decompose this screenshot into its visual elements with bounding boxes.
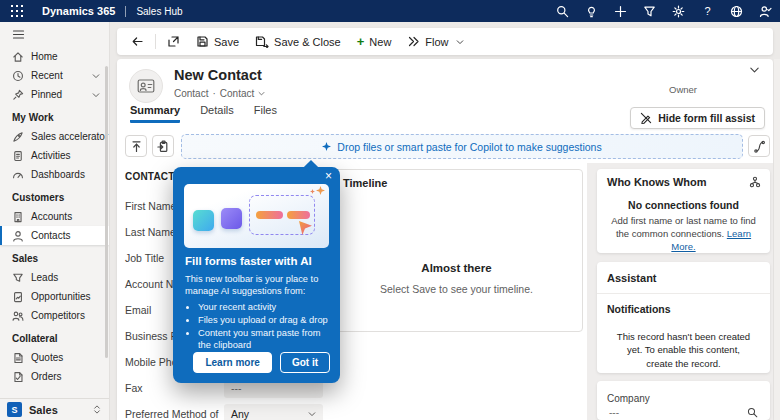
area-label: Sales: [29, 404, 58, 416]
tab-files[interactable]: Files: [254, 104, 277, 123]
sidebar-item-pinned[interactable]: Pinned: [0, 85, 109, 104]
chevron-down-icon[interactable]: [92, 91, 100, 99]
preferred-method-select[interactable]: Any: [224, 404, 323, 420]
record-subtitle: Contact · Contact: [174, 88, 265, 99]
sidebar-group-my-work: My Work: [0, 104, 109, 127]
entity-name: Contact: [174, 88, 208, 99]
assistant-panel: Assistant Notifications This record hasn…: [597, 262, 770, 373]
timeline-title: Timeline: [343, 177, 387, 189]
smart-paste-button[interactable]: [152, 135, 174, 157]
assistant-divider: [597, 293, 770, 294]
illustration-teal-square: [193, 210, 214, 231]
chevron-down-icon[interactable]: [258, 90, 265, 97]
add-icon[interactable]: [606, 0, 635, 22]
new-button[interactable]: + New: [349, 31, 400, 52]
notifications-message: This record hasn't been created yet. To …: [607, 330, 760, 370]
sidebar-item-orders[interactable]: Orders: [0, 367, 109, 386]
area-initial-badge: S: [7, 402, 22, 417]
chevron-down-icon: [308, 410, 316, 418]
sparkle-icon: [310, 186, 325, 195]
got-it-button[interactable]: Got it: [280, 352, 330, 373]
chart-doc-icon: [12, 291, 24, 303]
sidebar-item-activities[interactable]: Activities: [0, 146, 109, 165]
page-scrollbar[interactable]: [774, 59, 780, 420]
form-selector[interactable]: Contact: [220, 88, 254, 99]
activities-icon: [12, 150, 24, 162]
chevron-down-icon[interactable]: [92, 72, 100, 80]
collapse-header-chevron-icon[interactable]: [749, 64, 760, 75]
waffle-icon[interactable]: [0, 0, 34, 22]
save-and-close-button[interactable]: Save & Close: [247, 31, 349, 52]
no-connections-text: No connections found: [607, 199, 760, 211]
person-icon: [12, 230, 24, 242]
illustration-dropzone: [249, 195, 315, 235]
company-panel: Company ---: [597, 381, 770, 420]
notifications-title: Notifications: [607, 303, 760, 315]
popup-bullet: Your recent activity: [198, 301, 331, 313]
search-icon[interactable]: [548, 0, 577, 22]
top-navigation-bar: Dynamics 365 Sales Hub ?: [0, 0, 780, 22]
tab-summary[interactable]: Summary: [130, 104, 180, 123]
sidebar-item-contacts[interactable]: Contacts: [0, 226, 109, 245]
copilot-dropzone[interactable]: Drop files or smart paste for Copilot to…: [181, 134, 743, 159]
close-icon[interactable]: ×: [325, 170, 332, 182]
save-button[interactable]: Save: [188, 31, 247, 52]
sidebar-scrollbar[interactable]: [105, 66, 108, 358]
app-name[interactable]: Sales Hub: [136, 6, 182, 17]
filter-icon[interactable]: [635, 0, 664, 22]
pen-off-icon: [640, 112, 652, 124]
learn-more-button[interactable]: Learn more: [193, 352, 271, 373]
timeline-panel: Timeline Almost there Select Save to see…: [330, 169, 583, 332]
sidebar-item-sales-accelerator[interactable]: Sales accelerator: [0, 127, 109, 146]
tab-details[interactable]: Details: [200, 104, 234, 123]
form-tabs: Summary Details Files: [130, 104, 277, 123]
org-chart-icon[interactable]: [749, 176, 761, 188]
sidebar-item-accounts[interactable]: Accounts: [0, 207, 109, 226]
popup-intro: This new toolbar is your place to manage…: [185, 273, 331, 297]
sidebar-item-competitors[interactable]: Competitors: [0, 306, 109, 325]
settings-icon[interactable]: [664, 0, 693, 22]
lightbulb-icon[interactable]: [577, 0, 606, 22]
funnel-icon: [12, 272, 24, 284]
dashboard-icon: [12, 169, 24, 181]
product-title[interactable]: Dynamics 365: [42, 5, 115, 17]
popup-bullet-list: Your recent activity Files you upload or…: [198, 301, 331, 351]
user-icon[interactable]: [751, 0, 780, 22]
hamburger-menu-icon[interactable]: [0, 22, 109, 47]
sidebar-item-quotes[interactable]: Quotes: [0, 348, 109, 367]
company-lookup-input[interactable]: ---: [607, 404, 760, 420]
globe-icon[interactable]: [722, 0, 751, 22]
area-switcher[interactable]: S Sales: [0, 398, 109, 420]
sidebar-item-recent[interactable]: Recent: [0, 66, 109, 85]
expand-button[interactable]: [159, 31, 188, 52]
field-preferred-method: Preferred Method of Any: [125, 401, 323, 420]
updown-chevron-icon: [92, 404, 102, 415]
search-icon: [747, 407, 758, 418]
sidebar-item-opportunities[interactable]: Opportunities: [0, 287, 109, 306]
who-knows-whom-panel: Who Knows Whom No connections found Add …: [597, 169, 770, 253]
accelerator-icon: [12, 131, 24, 143]
clock-icon: [12, 70, 24, 82]
topbar-divider: [125, 6, 126, 17]
connections-button[interactable]: [748, 135, 770, 157]
sidebar-item-leads[interactable]: Leads: [0, 268, 109, 287]
illustration-pill: [256, 211, 283, 219]
clipboard-paste-icon: [157, 140, 170, 153]
sidebar-item-home[interactable]: Home: [0, 47, 109, 66]
quote-doc-icon: [12, 352, 24, 364]
hide-form-fill-assist-button[interactable]: Hide form fill assist: [630, 107, 765, 129]
order-doc-icon: [12, 371, 24, 383]
who-knows-whom-message: Add first name or last name to find the …: [607, 215, 760, 253]
illustration-purple-square: [221, 208, 242, 229]
timeline-empty-state: Almost there Select Save to see your tim…: [331, 262, 582, 295]
upload-file-button[interactable]: [125, 135, 147, 157]
popup-body: This new toolbar is your place to manage…: [185, 273, 331, 352]
sidebar-group-sales: Sales: [0, 245, 109, 268]
back-button[interactable]: [123, 31, 152, 52]
sidebar-item-dashboards[interactable]: Dashboards: [0, 165, 109, 184]
flow-button[interactable]: Flow: [399, 31, 471, 52]
company-field-label: Company: [607, 393, 760, 404]
popup-bullet: Content you smart paste from the clipboa…: [198, 327, 331, 351]
help-icon[interactable]: ?: [693, 0, 722, 22]
owner-field-label: Owner: [669, 84, 697, 95]
